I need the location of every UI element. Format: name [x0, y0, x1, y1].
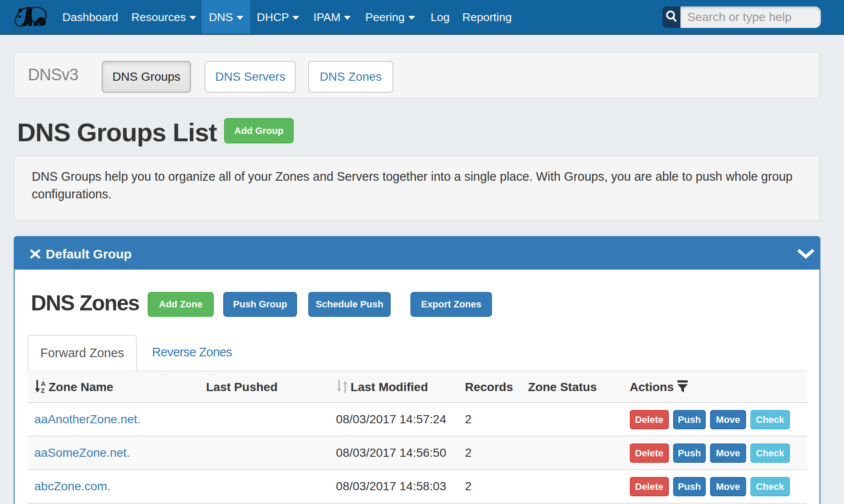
- svg-text:A: A: [41, 380, 46, 387]
- svg-text:Z: Z: [41, 387, 45, 393]
